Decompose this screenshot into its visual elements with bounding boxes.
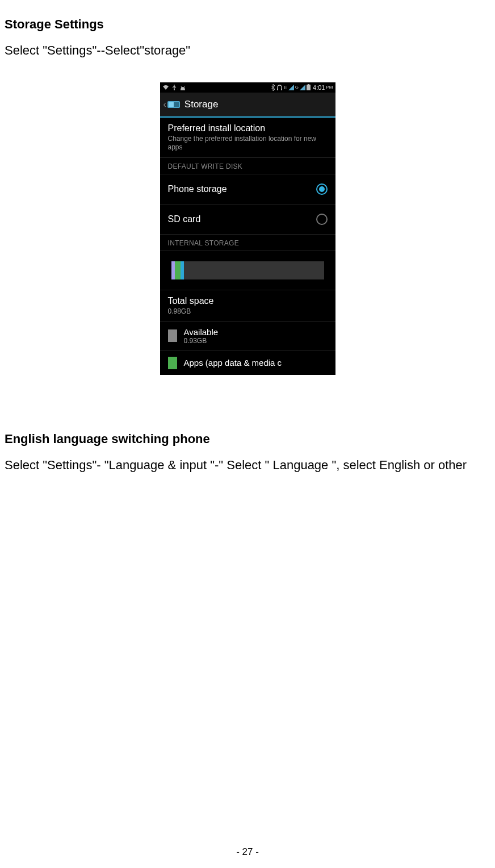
available-row[interactable]: Available 0.93GB bbox=[160, 322, 335, 351]
total-space-value: 0.98GB bbox=[168, 307, 328, 315]
radio-phone-storage-label: Phone storage bbox=[168, 184, 227, 194]
available-label: Available bbox=[184, 327, 219, 337]
titlebar[interactable]: ‹ Storage bbox=[160, 93, 335, 118]
signal-bars-icon bbox=[288, 85, 294, 90]
back-caret-icon[interactable]: ‹ bbox=[163, 99, 166, 110]
radio-sd-card-label: SD card bbox=[168, 214, 201, 224]
preferred-install-item[interactable]: Preferred install location Change the pr… bbox=[160, 118, 335, 158]
apps-swatch-icon bbox=[168, 357, 177, 369]
section2-heading: English language switching phone bbox=[5, 432, 490, 446]
section1-body: Select "Settings"--Select"storage" bbox=[5, 42, 490, 60]
available-value: 0.93GB bbox=[184, 337, 219, 345]
svg-rect-6 bbox=[308, 84, 309, 85]
svg-rect-9 bbox=[169, 102, 174, 107]
usage-seg-green bbox=[175, 261, 181, 279]
status-time: 4:01 bbox=[313, 84, 325, 91]
android-icon bbox=[179, 85, 186, 90]
svg-line-2 bbox=[184, 86, 184, 87]
battery-icon bbox=[307, 84, 311, 90]
status-bar: E G 4:01 PM bbox=[160, 82, 335, 93]
total-space-label: Total space bbox=[168, 296, 328, 306]
phone-screenshot-wrap: E G 4:01 PM ‹ Storage bbox=[5, 82, 490, 375]
section2-body: Select "Settings"- "Language & input "-"… bbox=[5, 457, 490, 474]
section1-heading: Storage Settings bbox=[5, 17, 490, 32]
titlebar-text: Storage bbox=[184, 99, 219, 110]
svg-rect-3 bbox=[277, 89, 278, 90]
total-space-row[interactable]: Total space 0.98GB bbox=[160, 290, 335, 322]
signal-sup-label: G bbox=[295, 85, 299, 90]
available-swatch-icon bbox=[168, 329, 177, 342]
svg-rect-5 bbox=[307, 85, 311, 90]
storage-usage-bar-wrap bbox=[160, 251, 335, 290]
apps-label: Apps (app data & media c bbox=[184, 358, 282, 368]
svg-point-0 bbox=[174, 89, 175, 90]
section-internal-storage: INTERNAL STORAGE bbox=[160, 235, 335, 251]
section-default-write: DEFAULT WRITE DISK bbox=[160, 158, 335, 174]
radio-phone-storage[interactable]: Phone storage bbox=[160, 174, 335, 205]
page-number: - 27 - bbox=[0, 846, 495, 858]
apps-row[interactable]: Apps (app data & media c bbox=[160, 351, 335, 375]
svg-rect-4 bbox=[281, 89, 282, 90]
wifi-icon bbox=[162, 85, 169, 90]
storage-icon bbox=[167, 99, 180, 110]
radio-unselected-icon[interactable] bbox=[316, 214, 328, 225]
preferred-install-subtitle: Change the preferred installation locati… bbox=[168, 135, 328, 152]
phone-screenshot: E G 4:01 PM ‹ Storage bbox=[160, 82, 335, 375]
radio-selected-icon[interactable] bbox=[316, 183, 328, 195]
headphones-icon bbox=[276, 85, 283, 90]
signal-bars-2-icon bbox=[300, 85, 305, 90]
network-type-label: E bbox=[284, 85, 287, 90]
preferred-install-title: Preferred install location bbox=[168, 123, 328, 133]
bluetooth-icon bbox=[271, 84, 275, 91]
status-meridiem: PM bbox=[326, 85, 333, 90]
radio-sd-card[interactable]: SD card bbox=[160, 205, 335, 235]
usage-seg-blue bbox=[181, 261, 184, 279]
svg-line-1 bbox=[181, 86, 182, 87]
storage-usage-bar bbox=[171, 261, 324, 279]
usb-icon bbox=[171, 85, 177, 90]
